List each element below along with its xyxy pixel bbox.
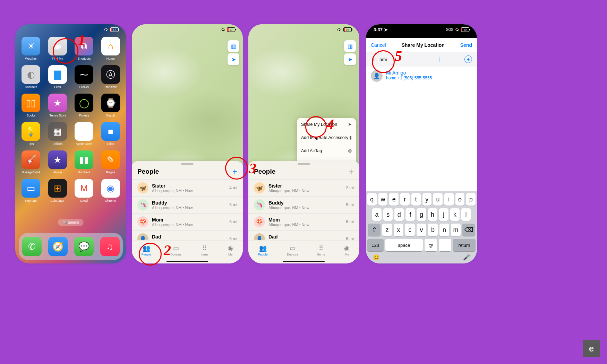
send-button[interactable]: Send — [460, 42, 472, 48]
app-home[interactable]: ⌂Home — [99, 37, 123, 60]
app-files[interactable]: ▇Files — [45, 65, 70, 89]
person-row[interactable]: 🦋SisterAlbuquerque, NM • Now2 mi — [248, 179, 359, 196]
person-row[interactable]: 🍄MomAlbuquerque, NM • Now6 mi — [132, 213, 243, 230]
dictation-button[interactable]: 🎤 — [463, 254, 470, 261]
key-y[interactable]: y — [422, 193, 432, 206]
person-row[interactable]: 🦄BuddyAlbuquerque, NM • Now5 mi — [132, 196, 243, 213]
key-z[interactable]: z — [382, 224, 392, 236]
key-k[interactable]: k — [450, 208, 460, 221]
sos-label: SOS — [446, 28, 453, 32]
keyboard: qwertyuiop asdfghjkl ⇧zxcvbnm⌫ 123 space… — [366, 191, 477, 263]
key-w[interactable]: w — [378, 193, 388, 206]
key-h[interactable]: h — [428, 208, 437, 221]
tab-me[interactable]: ◉Me — [228, 244, 233, 256]
app-contacts[interactable]: ◐Contacts — [19, 65, 43, 89]
key-return[interactable]: return — [453, 239, 476, 251]
key-d[interactable]: d — [394, 208, 404, 221]
app-books[interactable]: ▯▯Books — [19, 94, 43, 117]
tab-people[interactable]: 👥People — [258, 244, 268, 256]
key-t[interactable]: t — [411, 193, 421, 206]
annotation-4: 4 — [327, 116, 334, 133]
key-at[interactable]: @ — [425, 239, 437, 251]
app-imovie[interactable]: ★iMovie — [45, 150, 70, 174]
app-itunes-store[interactable]: ★iTunes Store — [45, 94, 70, 117]
key-c[interactable]: c — [405, 224, 415, 236]
key-j[interactable]: j — [439, 208, 448, 221]
tab-me[interactable]: ◉Me — [344, 244, 350, 256]
recipient-input[interactable] — [379, 57, 438, 62]
person-row[interactable]: 🍄MomAlbuquerque, NM • Now6 mi — [248, 213, 359, 230]
tab-bar: 👥People▭Devices⠿Items◉Me — [132, 240, 243, 263]
home-indicator[interactable] — [283, 261, 325, 262]
app-tips[interactable]: 💡Tips — [19, 122, 43, 146]
key-l[interactable]: l — [461, 208, 471, 221]
key-n[interactable]: n — [439, 224, 449, 236]
menu-item[interactable]: Add AirTag◎ — [297, 144, 356, 157]
app-pages[interactable]: ✎Pages — [99, 150, 123, 174]
key-q[interactable]: q — [367, 193, 377, 206]
key-f[interactable]: f — [405, 208, 415, 221]
app-apple-store[interactable]: Apple Store — [72, 122, 96, 146]
map-layers-button[interactable]: ▥ — [228, 40, 239, 52]
app-weather[interactable]: ☀Weather — [19, 37, 43, 60]
add-contact-button[interactable]: + — [464, 55, 472, 63]
key-v[interactable]: v — [417, 224, 426, 236]
key-i[interactable]: i — [444, 193, 454, 206]
key-dot[interactable]: . — [439, 239, 451, 251]
app-numbers[interactable]: ▮▮Numbers — [72, 150, 96, 174]
dock-app[interactable]: ✆ — [22, 237, 42, 256]
key-m[interactable]: m — [451, 224, 461, 236]
dock-app[interactable]: ♫ — [100, 237, 120, 256]
app-calculator[interactable]: ⊞Calculator — [45, 179, 70, 202]
key-u[interactable]: u — [433, 193, 443, 206]
emoji-button[interactable]: 😊 — [373, 254, 380, 261]
app-gmail[interactable]: MGmail — [72, 179, 96, 202]
key-space[interactable]: space — [385, 239, 423, 251]
app-clips[interactable]: ■Clips — [99, 122, 123, 146]
map-layers-button[interactable]: ▥ — [344, 40, 356, 52]
app-translate[interactable]: ⒶTranslate — [99, 65, 123, 89]
person-row[interactable]: 🦋SisterAlbuquerque, NM • Now4 mi — [132, 179, 243, 196]
tab-people[interactable]: 👥People — [142, 244, 151, 256]
key-r[interactable]: r — [400, 193, 410, 206]
home-indicator[interactable] — [166, 261, 208, 262]
key-e[interactable]: e — [389, 193, 399, 206]
spotlight-search[interactable]: 🔍 Search — [58, 219, 84, 226]
app-utilities[interactable]: ▦Utilities — [45, 122, 70, 146]
app-chrome[interactable]: ◉Chrome — [99, 179, 123, 202]
tab-items[interactable]: ⠿Items — [201, 244, 208, 256]
menu-item[interactable]: Share My Location➤ — [297, 118, 356, 131]
wifi-icon — [337, 28, 342, 31]
key-x[interactable]: x — [394, 224, 403, 236]
cancel-button[interactable]: Cancel — [371, 42, 386, 48]
tab-devices[interactable]: ▭Devices — [170, 244, 181, 256]
map-locate-button[interactable]: ➤ — [228, 53, 239, 65]
dock-app[interactable]: 💬 — [74, 237, 94, 256]
app-garageband[interactable]: 🎸GarageBand — [19, 150, 43, 174]
sheet-grabber[interactable] — [298, 163, 310, 165]
add-person-button[interactable]: + — [232, 167, 237, 176]
person-row[interactable]: 🦄BuddyAlbuquerque, NM • Now5 mi — [248, 196, 359, 213]
map-locate-button[interactable]: ➤ — [344, 53, 356, 65]
key-123[interactable]: 123 — [367, 239, 384, 251]
key-p[interactable]: p — [466, 193, 476, 206]
tab-items[interactable]: ⠿Items — [317, 244, 325, 256]
contact-suggestion[interactable]: 👤 Mi Amigo home +1 (505) 555-5555 — [366, 67, 477, 85]
add-person-button[interactable]: + — [349, 167, 354, 176]
key-s[interactable]: s — [383, 208, 393, 221]
app-fitness[interactable]: ◯Fitness — [72, 94, 96, 117]
app-watch[interactable]: ⌚Watch — [99, 94, 123, 117]
key-a[interactable]: a — [372, 208, 382, 221]
key-o[interactable]: o — [455, 193, 465, 206]
key-shift[interactable]: ⇧ — [368, 224, 381, 236]
app-keynote[interactable]: ▭Keynote — [19, 179, 43, 202]
app-stocks[interactable]: ⁓Stocks — [72, 65, 96, 89]
sheet-grabber[interactable] — [181, 163, 194, 165]
menu-item[interactable]: Add MagSafe Accessory▮ — [297, 131, 356, 144]
key-g[interactable]: g — [417, 208, 426, 221]
key-delete[interactable]: ⌫ — [462, 224, 475, 236]
dock-app[interactable]: 🧭 — [48, 237, 68, 256]
app-find-my[interactable]: ◉Find My — [45, 37, 70, 60]
tab-devices[interactable]: ▭Devices — [287, 244, 298, 256]
key-b[interactable]: b — [428, 224, 438, 236]
